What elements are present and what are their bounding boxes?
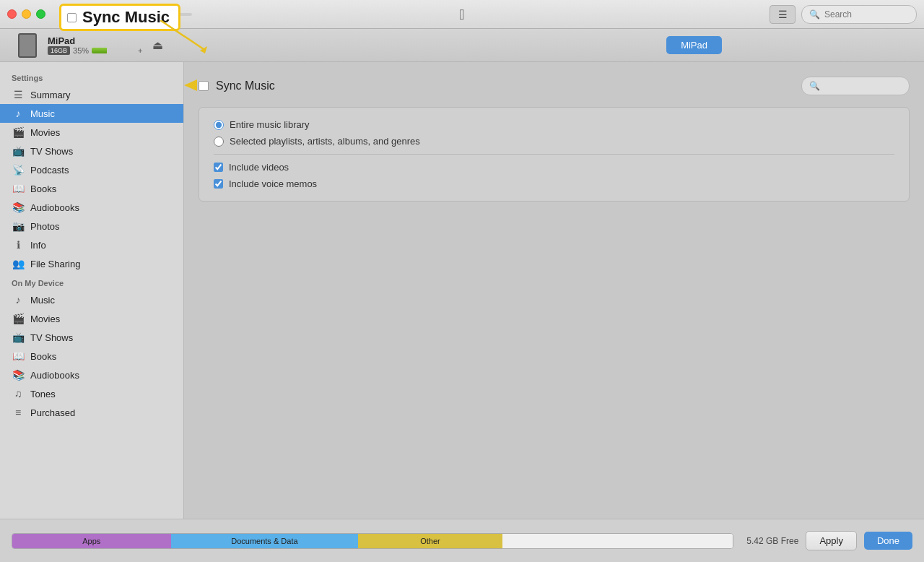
playback-controls: ⏮ ▶ ⏭ (99, 9, 192, 20)
sidebar-item-label: Movies (30, 127, 60, 138)
search-input[interactable] (824, 9, 909, 20)
tablet-image (18, 33, 37, 58)
right-controls: ☰ 🔍 (770, 5, 917, 24)
entire-library-label: Entire music library (230, 119, 310, 130)
tones-device-icon: ♫ (12, 388, 25, 399)
sidebar-item-books-device[interactable]: 📖 Books (0, 347, 183, 366)
sidebar-item-music[interactable]: ♪ Music (0, 104, 183, 123)
sidebar-item-label: Audiobooks (30, 202, 79, 213)
movies-device-icon: 🎬 (12, 313, 25, 324)
include-videos-option: Include videos (214, 162, 894, 173)
sidebar-item-tvshows[interactable]: 📺 TV Shows (0, 142, 183, 160)
summary-icon: ☰ (12, 89, 25, 100)
settings-section-label: Settings (0, 68, 183, 85)
content-search-box: 🔍 (801, 77, 910, 95)
include-videos-checkbox[interactable] (214, 163, 223, 172)
sidebar-item-summary[interactable]: ☰ Summary (0, 85, 183, 104)
sidebar-item-audiobooks-device[interactable]: 📚 Audiobooks (0, 366, 183, 384)
sidebar-item-label: Books (30, 351, 56, 362)
sidebar-item-label: Purchased (30, 407, 75, 418)
sidebar-item-books[interactable]: 📖 Books (0, 179, 183, 198)
device-details: MiPad 16GB 35% + (48, 35, 142, 55)
done-button[interactable]: Done (864, 532, 912, 550)
forward-button[interactable]: › (76, 7, 93, 22)
sidebar-item-podcasts[interactable]: 📡 Podcasts (0, 160, 183, 179)
search-box: 🔍 (801, 5, 917, 24)
sidebar-item-audiobooks[interactable]: 📚 Audiobooks (0, 198, 183, 217)
sidebar-item-label: Info (30, 240, 46, 251)
movies-icon: 🎬 (12, 126, 25, 138)
other-segment: Other (358, 534, 502, 548)
photos-icon: 📷 (12, 220, 25, 232)
sidebar-item-label: Movies (30, 314, 60, 324)
play-button[interactable]: ▶ (112, 9, 120, 20)
content-search-icon: 🔍 (809, 81, 820, 91)
sidebar-item-label: Tones (30, 389, 56, 399)
include-voice-checkbox[interactable] (214, 179, 223, 189)
options-divider (214, 154, 894, 155)
device-tab-button[interactable]: MiPad (666, 36, 722, 54)
list-toggle-button[interactable]: ☰ (770, 5, 796, 24)
storage-bar-small (92, 48, 135, 53)
purchased-device-icon: ≡ (12, 407, 25, 418)
svg-marker-2 (184, 79, 197, 91)
storage-percent: 35% (73, 46, 89, 55)
arrow-icon (184, 79, 201, 91)
close-button[interactable] (7, 9, 17, 19)
ondevice-section-label: On My Device (0, 273, 183, 290)
sidebar-item-label: TV Shows (30, 332, 73, 343)
apply-button[interactable]: Apply (806, 531, 857, 550)
include-voice-label: Include voice memos (229, 178, 317, 189)
selected-label: Selected playlists, artists, albums, and… (230, 136, 420, 147)
fastforward-button[interactable]: ⏭ (123, 9, 133, 20)
music-icon: ♪ (12, 108, 25, 119)
sync-music-title: Sync Music (216, 79, 275, 92)
search-icon: 🔍 (809, 9, 820, 20)
free-segment (502, 534, 733, 548)
sidebar-item-info[interactable]: ℹ Info (0, 235, 183, 254)
sidebar: Settings ☰ Summary ♪ Music 🎬 Movies 📺 TV… (0, 62, 184, 519)
sidebar-item-movies-device[interactable]: 🎬 Movies (0, 309, 183, 328)
docs-segment: Documents & Data (171, 534, 359, 548)
audiobooks-icon: 📚 (12, 202, 25, 213)
titlebar: ‹ › ⏮ ▶ ⏭ Sync Music  ☰ 🔍 (0, 0, 924, 29)
eject-button[interactable]: ⏏ (152, 38, 163, 52)
sidebar-item-music-device[interactable]: ♪ Music (0, 290, 183, 309)
device-name: MiPad (48, 35, 142, 46)
apps-segment: Apps (12, 534, 171, 548)
sidebar-item-filesharing[interactable]: 👥 File Sharing (0, 254, 183, 273)
minimize-button[interactable] (22, 9, 31, 19)
books-icon: 📖 (12, 183, 25, 194)
device-icon (14, 29, 40, 62)
storage-plus: + (138, 46, 142, 55)
sidebar-item-tones-device[interactable]: ♫ Tones (0, 384, 183, 403)
sidebar-item-photos[interactable]: 📷 Photos (0, 217, 183, 235)
sidebar-item-purchased-device[interactable]: ≡ Purchased (0, 403, 183, 422)
maximize-button[interactable] (36, 9, 45, 19)
apple-logo:  (459, 6, 464, 22)
sidebar-item-label: Podcasts (30, 165, 69, 176)
storage-bar: Apps Documents & Data Other (12, 533, 733, 549)
storage-bar-fill (92, 48, 107, 53)
rewind-button[interactable]: ⏮ (99, 9, 109, 20)
books-device-icon: 📖 (12, 350, 25, 362)
entire-library-option: Entire music library (214, 119, 894, 130)
device-storage: 16GB 35% + (48, 46, 142, 55)
include-videos-label: Include videos (229, 162, 289, 173)
list-icon: ☰ (778, 9, 788, 20)
volume-slider[interactable] (141, 13, 192, 16)
sidebar-item-label: Summary (30, 90, 71, 100)
device-bar: MiPad 16GB 35% + ⏏ MiPad (0, 29, 924, 62)
storage-footer: Apps Documents & Data Other 5.42 GB Free… (0, 519, 924, 562)
main-layout: Settings ☰ Summary ♪ Music 🎬 Movies 📺 TV… (0, 62, 924, 519)
sidebar-item-tvshows-device[interactable]: 📺 TV Shows (0, 328, 183, 347)
traffic-lights (7, 9, 45, 19)
sidebar-item-movies[interactable]: 🎬 Movies (0, 123, 183, 142)
sidebar-item-label: Audiobooks (30, 370, 79, 381)
content-search-input[interactable] (824, 81, 902, 91)
sidebar-item-label: Music (30, 108, 55, 119)
entire-library-radio[interactable] (214, 120, 224, 130)
back-button[interactable]: ‹ (56, 7, 73, 22)
selected-radio[interactable] (214, 137, 224, 147)
sidebar-item-label: Photos (30, 221, 59, 232)
